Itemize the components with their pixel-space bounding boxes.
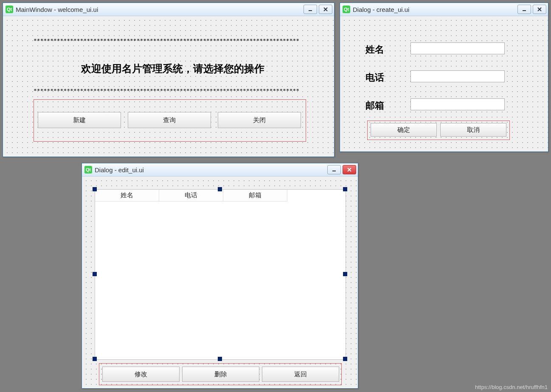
minimize-button[interactable] — [304, 5, 317, 14]
delete-button[interactable]: 删除 — [182, 367, 259, 382]
close-app-button-label: 关闭 — [253, 116, 266, 124]
delete-button-label: 删除 — [214, 370, 227, 378]
close-button[interactable] — [343, 165, 356, 174]
name-label: 姓名 — [365, 43, 384, 56]
ok-button[interactable]: 确定 — [371, 123, 437, 137]
window-edit-dialog: Qt Dialog - edit_ui.ui 姓名 电话 邮箱 修改 删除 返回 — [82, 163, 358, 389]
ok-button-label: 确定 — [397, 126, 410, 134]
watermark: https://blog.csdn.net/hruffhfn1 — [475, 384, 548, 390]
minimize-button[interactable] — [517, 5, 531, 14]
cancel-button-label: 取消 — [467, 126, 480, 134]
col-name[interactable]: 姓名 — [95, 190, 159, 202]
phone-input[interactable] — [410, 70, 505, 82]
client-area: 姓名 电话 邮箱 修改 删除 返回 — [82, 176, 358, 388]
qt-icon: Qt — [84, 166, 92, 174]
mail-label: 邮箱 — [365, 99, 384, 112]
back-button-label: 返回 — [294, 370, 307, 378]
qt-icon: Qt — [6, 6, 13, 13]
window-buttons — [304, 5, 332, 14]
selection-handle[interactable] — [93, 187, 97, 191]
titlebar-create[interactable]: Qt Dialog - create_ui.ui — [340, 3, 548, 16]
query-button[interactable]: 查询 — [128, 112, 211, 128]
window-title: MainWindow - welcome_ui.ui — [16, 6, 304, 13]
welcome-heading: 欢迎使用名片管理系统，请选择您的操作 — [41, 62, 304, 76]
client-area: ****************************************… — [3, 16, 334, 156]
selection-handle[interactable] — [93, 272, 97, 276]
stars-top: ****************************************… — [34, 37, 305, 44]
new-button-label: 新建 — [73, 116, 86, 124]
name-input[interactable] — [410, 42, 505, 54]
col-mail[interactable]: 邮箱 — [223, 190, 287, 202]
selection-handle[interactable] — [343, 357, 347, 361]
col-mail-label: 邮箱 — [249, 191, 261, 199]
selection-handle[interactable] — [218, 357, 222, 361]
close-button[interactable] — [319, 5, 332, 14]
client-area: 姓名 电话 邮箱 确定 取消 — [340, 16, 548, 151]
window-title: Dialog - edit_ui.ui — [95, 166, 327, 174]
selection-handle[interactable] — [343, 272, 347, 276]
back-button[interactable]: 返回 — [262, 367, 339, 382]
window-title: Dialog - create_ui.ui — [353, 6, 517, 13]
close-button[interactable] — [533, 5, 546, 14]
titlebar-mainwindow[interactable]: Qt MainWindow - welcome_ui.ui — [3, 3, 334, 16]
col-name-label: 姓名 — [121, 191, 133, 199]
minimize-button[interactable] — [327, 165, 341, 174]
query-button-label: 查询 — [163, 116, 176, 124]
table-header: 姓名 电话 邮箱 — [95, 190, 346, 202]
selection-handle[interactable] — [343, 187, 347, 191]
cancel-button[interactable]: 取消 — [440, 123, 506, 137]
modify-button-label: 修改 — [135, 370, 147, 378]
col-phone[interactable]: 电话 — [159, 190, 223, 202]
window-mainwindow: Qt MainWindow - welcome_ui.ui **********… — [3, 3, 335, 157]
selection-handle[interactable] — [93, 357, 97, 361]
stars-bottom: ****************************************… — [34, 87, 305, 94]
window-buttons — [327, 165, 356, 174]
titlebar-edit[interactable]: Qt Dialog - edit_ui.ui — [82, 163, 358, 176]
new-button[interactable]: 新建 — [38, 112, 121, 128]
qt-icon: Qt — [343, 6, 350, 13]
phone-label: 电话 — [365, 71, 384, 84]
col-phone-label: 电话 — [185, 191, 197, 199]
close-app-button[interactable]: 关闭 — [218, 112, 301, 128]
modify-button[interactable]: 修改 — [102, 367, 180, 382]
mail-input[interactable] — [410, 98, 505, 110]
window-buttons — [517, 5, 546, 14]
selection-handle[interactable] — [218, 187, 222, 191]
window-create-dialog: Qt Dialog - create_ui.ui 姓名 电话 邮箱 确定 取消 — [340, 3, 548, 152]
table-widget[interactable]: 姓名 电话 邮箱 — [95, 189, 346, 360]
